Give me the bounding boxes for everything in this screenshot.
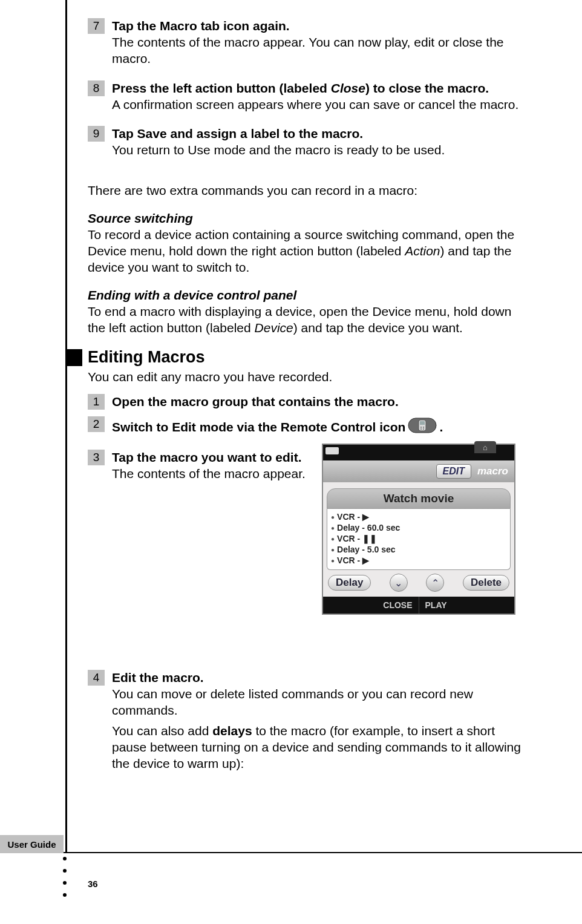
text: You can also add (112, 724, 212, 738)
step-title: Edit the macro. (112, 670, 523, 686)
step-number: 9 (88, 126, 105, 142)
text: Press the left action button (labeled (112, 81, 331, 95)
step-body: A confirmation screen appears where you … (112, 97, 523, 113)
step-number: 8 (88, 80, 105, 96)
svg-point-4 (423, 427, 424, 428)
step-number: 2 (88, 416, 105, 432)
svg-point-5 (420, 428, 422, 430)
step-number: 1 (88, 394, 105, 410)
svg-point-6 (423, 428, 424, 430)
horizontal-rule (0, 852, 582, 853)
step-8: 8 Press the left action button (labeled … (88, 80, 523, 113)
battery-icon (325, 447, 339, 454)
margin-dots (63, 857, 67, 897)
text: . (439, 419, 443, 436)
step-number: 3 (88, 450, 105, 465)
move-up-icon[interactable]: ⌃ (426, 574, 444, 592)
step-number: 4 (88, 670, 105, 686)
edit-button[interactable]: EDIT (436, 464, 471, 479)
text: ) to close the macro. (365, 81, 489, 95)
step-body: The contents of the macro appear. (112, 466, 312, 482)
step-3: 3 Tap the macro you want to edit. The co… (88, 450, 312, 482)
macro-command-list: VCR - ▶ Delay - 60.0 sec VCR - ❚❚ Delay … (327, 509, 511, 570)
text-italic: Close (331, 81, 365, 95)
close-button[interactable]: CLOSE (323, 597, 419, 614)
subheading-ending-panel: Ending with a device control panel (88, 288, 523, 303)
text-italic: Device (255, 321, 293, 335)
step-body: You return to Use mode and the macro is … (112, 142, 523, 159)
text-italic: Action (405, 244, 440, 258)
step-title: Tap Save and assign a label to the macro… (112, 126, 523, 142)
step-title: Open the macro group that contains the m… (112, 394, 523, 410)
macro-title: Watch movie (327, 488, 511, 509)
section-marker (65, 349, 82, 366)
delete-button[interactable]: Delete (463, 575, 509, 591)
step-title: Press the left action button (labeled Cl… (112, 80, 523, 97)
step-number: 7 (88, 18, 105, 34)
step-4: 4 Edit the macro. You can move or delete… (88, 670, 523, 772)
step-7: 7 Tap the Macro tab icon again. The cont… (88, 18, 523, 67)
paragraph: To record a device action containing a s… (88, 227, 523, 276)
paragraph: There are two extra commands you can rec… (88, 183, 523, 199)
step-body: The contents of the macro appear. You ca… (112, 34, 523, 67)
text-bold: delays (212, 724, 252, 738)
remote-control-icon (408, 416, 437, 439)
home-icon: ⌂ (474, 441, 496, 453)
list-item[interactable]: Delay - 60.0 sec (330, 522, 508, 533)
step-title: Tap the Macro tab icon again. (112, 18, 523, 34)
step-title: Tap the macro you want to edit. (112, 450, 312, 466)
text: ) and tap the device you want. (293, 321, 463, 335)
content-area: 7 Tap the Macro tab icon again. The cont… (88, 18, 523, 776)
side-tab-user-guide: User Guide (0, 835, 64, 853)
step-1: 1 Open the macro group that contains the… (88, 394, 523, 410)
subheading-source-switching: Source switching (88, 211, 523, 226)
paragraph: To end a macro with displaying a device,… (88, 304, 523, 336)
device-editbar: EDIT macro (323, 460, 514, 482)
device-topbar: ⌂ (323, 445, 514, 460)
step-9: 9 Tap Save and assign a label to the mac… (88, 126, 523, 159)
delay-button[interactable]: Delay (328, 575, 371, 591)
list-item[interactable]: VCR - ❚❚ (330, 533, 508, 544)
step-body: You can move or delete listed commands o… (112, 686, 523, 719)
svg-point-3 (420, 427, 422, 428)
page: User Guide 36 7 Tap the Macro tab icon a… (0, 0, 582, 924)
device-screenshot: ⌂ EDIT macro Watch movie VCR - ▶ Delay -… (322, 444, 515, 615)
list-item[interactable]: VCR - ▶ (330, 555, 508, 566)
step-2: 2 Switch to Edit mode via the Remote Con… (88, 416, 523, 439)
step-body: You can also add delays to the macro (fo… (112, 723, 523, 772)
move-down-icon[interactable]: ⌄ (390, 574, 408, 592)
step-title: Switch to Edit mode via the Remote Contr… (112, 419, 405, 436)
page-number: 36 (88, 879, 98, 889)
list-item[interactable]: Delay - 5.0 sec (330, 544, 508, 555)
svg-rect-2 (420, 421, 425, 425)
list-item[interactable]: VCR - ▶ (330, 511, 508, 522)
macro-label: macro (477, 465, 508, 477)
paragraph: You can edit any macro you have recorded… (88, 369, 523, 385)
play-button[interactable]: PLAY (419, 597, 515, 614)
section-heading-editing-macros: Editing Macros (88, 348, 523, 367)
vertical-rule (65, 0, 67, 853)
